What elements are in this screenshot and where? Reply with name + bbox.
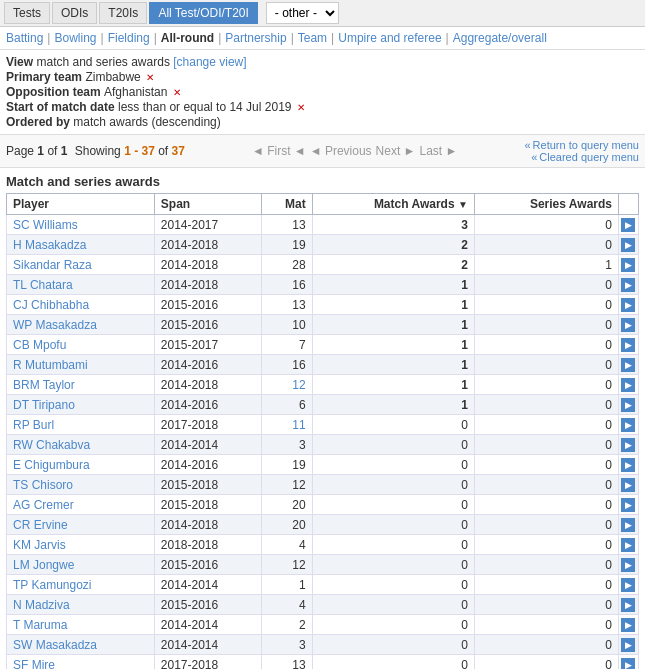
- previous-btn[interactable]: ◄ Previous: [310, 144, 372, 158]
- tab-odis[interactable]: ODIs: [52, 2, 97, 24]
- row-nav-arrow[interactable]: ▶: [621, 478, 635, 492]
- nav-fielding[interactable]: Fielding: [108, 31, 150, 45]
- nav-umpire[interactable]: Umpire and referee: [338, 31, 441, 45]
- table-row: TL Chatara 2014-2018 16 1 0 ▶: [7, 275, 639, 295]
- tab-t20is[interactable]: T20Is: [99, 2, 147, 24]
- opposition-clear[interactable]: ✕: [173, 87, 181, 98]
- player-link[interactable]: SF Mire: [13, 658, 55, 670]
- first-btn[interactable]: ◄ First ◄: [252, 144, 306, 158]
- player-link[interactable]: LM Jongwe: [13, 558, 74, 572]
- col-mat[interactable]: Mat: [261, 194, 312, 215]
- row-nav-arrow[interactable]: ▶: [621, 418, 635, 432]
- nav-aggregate[interactable]: Aggregate/overall: [453, 31, 547, 45]
- return-query-link[interactable]: Return to query menu: [524, 139, 639, 151]
- row-nav-arrow[interactable]: ▶: [621, 498, 635, 512]
- row-nav-arrow[interactable]: ▶: [621, 638, 635, 652]
- player-link[interactable]: RP Burl: [13, 418, 54, 432]
- row-nav-arrow[interactable]: ▶: [621, 618, 635, 632]
- player-link[interactable]: E Chigumbura: [13, 458, 90, 472]
- player-link[interactable]: KM Jarvis: [13, 538, 66, 552]
- cell-span: 2015-2016: [154, 315, 261, 335]
- showing-info: Showing 1 - 37 of 37: [71, 144, 184, 158]
- row-nav-arrow[interactable]: ▶: [621, 278, 635, 292]
- table-row: SW Masakadza 2014-2014 3 0 0 ▶: [7, 635, 639, 655]
- cell-player: SC Williams: [7, 215, 155, 235]
- player-link[interactable]: CR Ervine: [13, 518, 68, 532]
- table-row: T Maruma 2014-2014 2 0 0 ▶: [7, 615, 639, 635]
- table-row: BRM Taylor 2014-2018 12 1 0 ▶: [7, 375, 639, 395]
- row-nav-arrow[interactable]: ▶: [621, 538, 635, 552]
- change-view-link[interactable]: [change view]: [173, 55, 246, 69]
- row-nav-arrow[interactable]: ▶: [621, 318, 635, 332]
- col-series-awards[interactable]: Series Awards: [474, 194, 618, 215]
- player-link[interactable]: DT Tiripano: [13, 398, 75, 412]
- row-nav-arrow[interactable]: ▶: [621, 598, 635, 612]
- player-link[interactable]: SC Williams: [13, 218, 78, 232]
- player-link[interactable]: N Madziva: [13, 598, 70, 612]
- ordered-value: match awards (descending): [73, 115, 220, 129]
- tab-tests[interactable]: Tests: [4, 2, 50, 24]
- nav-batting[interactable]: Batting: [6, 31, 43, 45]
- row-nav-arrow[interactable]: ▶: [621, 358, 635, 372]
- nav-bowling[interactable]: Bowling: [54, 31, 96, 45]
- player-link[interactable]: H Masakadza: [13, 238, 86, 252]
- player-link[interactable]: AG Cremer: [13, 498, 74, 512]
- cell-span: 2014-2016: [154, 395, 261, 415]
- cell-player: N Madziva: [7, 595, 155, 615]
- cell-match-awards: 0: [312, 655, 474, 670]
- col-match-awards[interactable]: Match Awards ▼: [312, 194, 474, 215]
- cell-series-awards: 0: [474, 495, 618, 515]
- row-nav-arrow[interactable]: ▶: [621, 518, 635, 532]
- next-btn[interactable]: Next ►: [376, 144, 416, 158]
- player-link[interactable]: SW Masakadza: [13, 638, 97, 652]
- row-nav-arrow[interactable]: ▶: [621, 238, 635, 252]
- cell-nav: ▶: [619, 335, 639, 355]
- nav-team[interactable]: Team: [298, 31, 327, 45]
- tab-all[interactable]: All Test/ODI/T20I: [149, 2, 257, 24]
- cell-player: SF Mire: [7, 655, 155, 670]
- row-nav-arrow[interactable]: ▶: [621, 578, 635, 592]
- cleared-query-link[interactable]: Cleared query menu: [531, 151, 639, 163]
- player-link[interactable]: BRM Taylor: [13, 378, 75, 392]
- row-nav-arrow[interactable]: ▶: [621, 378, 635, 392]
- other-select[interactable]: - other -: [266, 2, 339, 24]
- cell-series-awards: 0: [474, 275, 618, 295]
- row-nav-arrow[interactable]: ▶: [621, 458, 635, 472]
- player-link[interactable]: TP Kamungozi: [13, 578, 92, 592]
- row-nav-arrow[interactable]: ▶: [621, 258, 635, 272]
- player-link[interactable]: TL Chatara: [13, 278, 73, 292]
- primary-team-clear[interactable]: ✕: [146, 72, 154, 83]
- row-nav-arrow[interactable]: ▶: [621, 218, 635, 232]
- table-header-row: Player Span Mat Match Awards ▼ Series Aw…: [7, 194, 639, 215]
- cell-player: CR Ervine: [7, 515, 155, 535]
- row-nav-arrow[interactable]: ▶: [621, 338, 635, 352]
- last-btn[interactable]: Last ►: [419, 144, 457, 158]
- player-link[interactable]: R Mutumbami: [13, 358, 88, 372]
- player-link[interactable]: CJ Chibhabha: [13, 298, 89, 312]
- player-link[interactable]: RW Chakabva: [13, 438, 90, 452]
- player-link[interactable]: Sikandar Raza: [13, 258, 92, 272]
- table-row: TS Chisoro 2015-2018 12 0 0 ▶: [7, 475, 639, 495]
- nav-allround[interactable]: All-round: [161, 31, 214, 45]
- start-date-clear[interactable]: ✕: [297, 102, 305, 113]
- nav-partnership[interactable]: Partnership: [225, 31, 286, 45]
- table-row: R Mutumbami 2014-2016 16 1 0 ▶: [7, 355, 639, 375]
- cell-mat: 13: [261, 655, 312, 670]
- row-nav-arrow[interactable]: ▶: [621, 298, 635, 312]
- cell-mat: 1: [261, 575, 312, 595]
- row-nav-arrow[interactable]: ▶: [621, 658, 635, 669]
- cell-span: 2014-2014: [154, 635, 261, 655]
- cell-series-awards: 0: [474, 215, 618, 235]
- table-row: H Masakadza 2014-2018 19 2 0 ▶: [7, 235, 639, 255]
- player-link[interactable]: WP Masakadza: [13, 318, 97, 332]
- table-row: SF Mire 2017-2018 13 0 0 ▶: [7, 655, 639, 670]
- cell-mat: 13: [261, 295, 312, 315]
- player-link[interactable]: TS Chisoro: [13, 478, 73, 492]
- row-nav-arrow[interactable]: ▶: [621, 438, 635, 452]
- row-nav-arrow[interactable]: ▶: [621, 558, 635, 572]
- player-link[interactable]: CB Mpofu: [13, 338, 66, 352]
- cell-nav: ▶: [619, 275, 639, 295]
- cell-nav: ▶: [619, 615, 639, 635]
- player-link[interactable]: T Maruma: [13, 618, 67, 632]
- row-nav-arrow[interactable]: ▶: [621, 398, 635, 412]
